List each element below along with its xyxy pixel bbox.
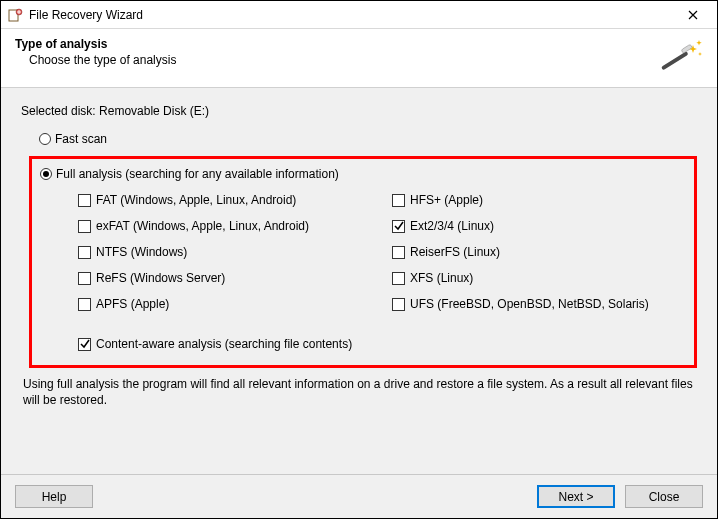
svg-rect-3 <box>681 44 692 53</box>
help-button[interactable]: Help <box>15 485 93 508</box>
fast-scan-label: Fast scan <box>55 132 107 146</box>
checkbox-icon <box>392 272 405 285</box>
content-aware-checkbox[interactable]: Content-aware analysis (searching file c… <box>78 337 686 351</box>
wizard-window: File Recovery Wizard Type of analysis Ch… <box>0 0 718 519</box>
close-icon <box>688 10 698 20</box>
checkbox-icon <box>392 220 405 233</box>
fs-label: FAT (Windows, Apple, Linux, Android) <box>96 193 296 207</box>
titlebar: File Recovery Wizard <box>1 1 717 29</box>
content-aware-label: Content-aware analysis (searching file c… <box>96 337 352 351</box>
fs-label: APFS (Apple) <box>96 297 169 311</box>
fs-checkbox-xfs[interactable]: XFS (Linux) <box>392 271 686 285</box>
checkbox-icon <box>78 298 91 311</box>
wizard-footer: Help Next > Close <box>1 474 717 518</box>
close-footer-button[interactable]: Close <box>625 485 703 508</box>
full-analysis-panel: Full analysis (searching for any availab… <box>29 156 697 368</box>
filesystem-grid: FAT (Windows, Apple, Linux, Android) HFS… <box>78 193 686 311</box>
fs-label: Ext2/3/4 (Linux) <box>410 219 494 233</box>
next-button[interactable]: Next > <box>537 485 615 508</box>
fs-label: exFAT (Windows, Apple, Linux, Android) <box>96 219 309 233</box>
radio-icon <box>40 168 52 180</box>
full-analysis-label: Full analysis (searching for any availab… <box>56 167 339 181</box>
checkbox-icon <box>78 220 91 233</box>
checkbox-icon <box>392 194 405 207</box>
checkbox-icon <box>78 194 91 207</box>
wizard-header: Type of analysis Choose the type of anal… <box>1 29 717 88</box>
header-text: Type of analysis Choose the type of anal… <box>15 37 659 67</box>
fs-checkbox-ufs[interactable]: UFS (FreeBSD, OpenBSD, NetBSD, Solaris) <box>392 297 686 311</box>
close-button[interactable] <box>673 1 713 28</box>
full-analysis-radio[interactable]: Full analysis (searching for any availab… <box>40 167 686 181</box>
check-icon <box>394 221 404 231</box>
fs-checkbox-exfat[interactable]: exFAT (Windows, Apple, Linux, Android) <box>78 219 372 233</box>
fs-label: ReFS (Windows Server) <box>96 271 225 285</box>
fs-checkbox-refs[interactable]: ReFS (Windows Server) <box>78 271 372 285</box>
description-text: Using full analysis the program will fin… <box>23 376 695 408</box>
fs-checkbox-hfsplus[interactable]: HFS+ (Apple) <box>392 193 686 207</box>
check-icon <box>80 339 90 349</box>
fs-label: ReiserFS (Linux) <box>410 245 500 259</box>
fs-checkbox-reiserfs[interactable]: ReiserFS (Linux) <box>392 245 686 259</box>
window-title: File Recovery Wizard <box>29 8 673 22</box>
fs-checkbox-fat[interactable]: FAT (Windows, Apple, Linux, Android) <box>78 193 372 207</box>
page-subtitle: Choose the type of analysis <box>29 53 659 67</box>
checkbox-icon <box>78 338 91 351</box>
wizard-icon <box>659 37 703 77</box>
fs-label: NTFS (Windows) <box>96 245 187 259</box>
fs-label: XFS (Linux) <box>410 271 473 285</box>
fs-label: UFS (FreeBSD, OpenBSD, NetBSD, Solaris) <box>410 297 649 311</box>
checkbox-icon <box>78 246 91 259</box>
wizard-body: Selected disk: Removable Disk (E:) Fast … <box>1 88 717 474</box>
page-title: Type of analysis <box>15 37 659 51</box>
fast-scan-radio[interactable]: Fast scan <box>39 132 703 146</box>
fs-checkbox-apfs[interactable]: APFS (Apple) <box>78 297 372 311</box>
checkbox-icon <box>392 246 405 259</box>
selected-disk-label: Selected disk: Removable Disk (E:) <box>21 104 703 118</box>
checkbox-icon <box>392 298 405 311</box>
svg-rect-2 <box>661 51 689 70</box>
checkbox-icon <box>78 272 91 285</box>
radio-icon <box>39 133 51 145</box>
fs-checkbox-ext[interactable]: Ext2/3/4 (Linux) <box>392 219 686 233</box>
app-icon <box>7 7 23 23</box>
fs-checkbox-ntfs[interactable]: NTFS (Windows) <box>78 245 372 259</box>
fs-label: HFS+ (Apple) <box>410 193 483 207</box>
